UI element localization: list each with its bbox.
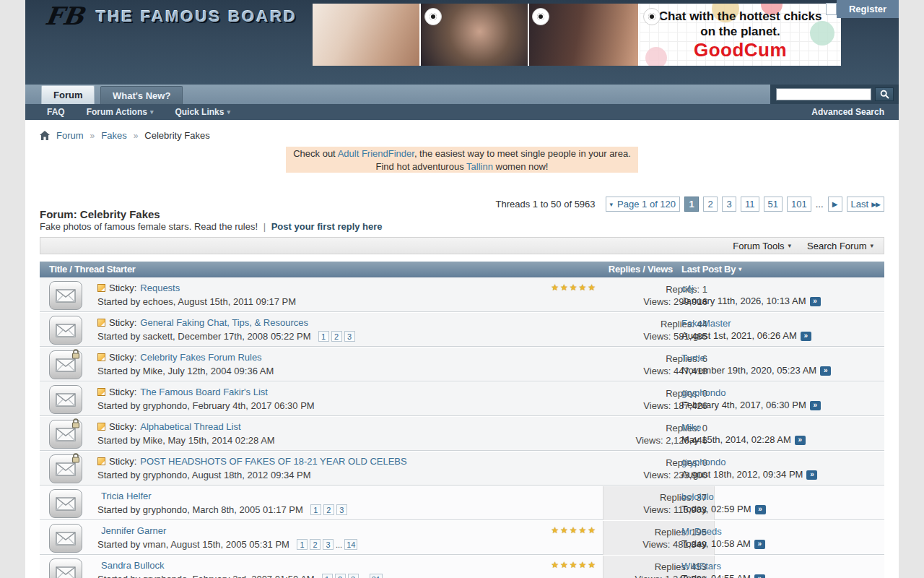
webcam-badge-icon xyxy=(424,8,442,25)
mini-page-button[interactable]: 2 xyxy=(331,331,342,342)
table-row: Jennifer Garner Started by vman, August … xyxy=(40,520,884,555)
go-to-last-post-icon[interactable]: » xyxy=(795,436,806,445)
search-input[interactable] xyxy=(776,88,871,100)
go-to-last-post-icon[interactable]: » xyxy=(755,505,766,514)
last-post-user-link[interactable]: c4j xyxy=(681,283,821,295)
sticky-label: Sticky: xyxy=(109,352,136,363)
next-page-button[interactable]: ▶ xyxy=(828,197,842,212)
ad-brand[interactable]: GoodCum xyxy=(640,39,841,61)
sticky-label: Sticky: xyxy=(109,456,136,467)
thread-title-link[interactable]: Celebrity Fakes Forum Rules xyxy=(140,352,261,363)
thread-started-by: Started by echoes, August 15th, 2011 09:… xyxy=(97,296,531,307)
last-post-cell: c4j January 11th, 2026, 10:13 AM » xyxy=(681,283,821,308)
go-to-last-post-icon[interactable]: » xyxy=(801,332,811,341)
mini-page-button[interactable]: 3 xyxy=(336,504,347,515)
mini-page-button[interactable]: 2 xyxy=(323,504,334,515)
last-post-user-link[interactable]: Turtle xyxy=(681,353,831,364)
go-to-last-post-icon[interactable]: » xyxy=(754,540,765,549)
table-header: Title / Thread Starter Replies / Views L… xyxy=(40,262,884,277)
breadcrumb: Forum » Fakes » Celebrity Fakes xyxy=(40,130,210,141)
page-button-11[interactable]: 11 xyxy=(741,197,759,212)
sticky-note-icon xyxy=(97,457,105,465)
page-select-dropdown[interactable]: ▾ Page 1 of 120 xyxy=(606,197,681,212)
mini-page-button[interactable]: 1 xyxy=(322,574,333,578)
banner-ad[interactable]: Chat with the hottest chicks on the plan… xyxy=(313,4,841,66)
register-button[interactable]: Register xyxy=(837,0,899,18)
search-forum-menu[interactable]: Search Forum ▾ xyxy=(807,241,873,251)
page-button-51[interactable]: 51 xyxy=(764,197,783,212)
advanced-search-link[interactable]: Advanced Search xyxy=(811,104,884,120)
adult-friendfinder-link[interactable]: Adult FriendFinder xyxy=(338,148,414,159)
mini-page-button[interactable]: 2 xyxy=(335,574,346,578)
sticky-label: Sticky: xyxy=(109,387,136,397)
go-to-last-post-icon[interactable]: » xyxy=(806,470,817,480)
page-button-3[interactable]: 3 xyxy=(722,197,736,212)
tab-whats-new[interactable]: What's New? xyxy=(100,86,183,104)
thread-title-link[interactable]: Jennifer Garner xyxy=(101,525,166,536)
search-icon xyxy=(880,90,889,99)
column-replies[interactable]: Replies / Views xyxy=(609,264,673,275)
quick-links-menu[interactable]: Quick Links ▾ xyxy=(175,107,230,117)
mini-page-button[interactable]: 1 xyxy=(310,504,321,515)
go-to-last-post-icon[interactable]: » xyxy=(754,574,765,578)
go-to-last-post-icon[interactable]: » xyxy=(810,297,821,306)
mini-page-button[interactable]: 2 xyxy=(310,539,321,550)
sticky-note-icon xyxy=(97,284,105,292)
tallinn-link[interactable]: Tallinn xyxy=(466,161,493,172)
mini-page-button[interactable]: 14 xyxy=(344,539,357,550)
last-page-button[interactable]: Last ▶▶ xyxy=(847,197,884,212)
first-reply-link[interactable]: Post your first reply here xyxy=(271,221,383,232)
sticky-label: Sticky: xyxy=(109,421,136,432)
page-button-1[interactable]: 1 xyxy=(684,197,699,212)
mini-page-button[interactable]: 31 xyxy=(370,574,383,578)
tab-forum[interactable]: Forum xyxy=(41,85,95,104)
thread-title-link[interactable]: POST HEADSHOTS OF FAKES OF 18-21 YEAR OL… xyxy=(140,456,406,467)
thread-started-by: Started by Mike, July 12th, 2004 09:36 A… xyxy=(97,366,531,376)
envelope-icon xyxy=(56,497,76,511)
page-button-2[interactable]: 2 xyxy=(703,197,718,212)
last-post-user-link[interactable]: WikiStars xyxy=(681,561,765,572)
last-post-cell: Mr.Deeds Today, 10:58 AM » xyxy=(681,526,765,551)
next-arrow-icon: ▶ xyxy=(832,200,838,208)
thread-title-link[interactable]: The Famous Board Fakir's List xyxy=(140,387,268,397)
thread-title-link[interactable]: Sandra Bullock xyxy=(101,560,164,571)
rating-stars-icon: ★★★★★ xyxy=(551,560,597,570)
fb-logo[interactable]: FB xyxy=(43,1,86,30)
mini-page-button[interactable]: 1 xyxy=(297,539,308,550)
mini-page-button[interactable]: 3 xyxy=(344,331,355,342)
mini-page-button[interactable]: 3 xyxy=(323,539,334,550)
forum-tools-menu[interactable]: Forum Tools ▾ xyxy=(733,241,791,251)
sort-down-icon: ▾ xyxy=(738,266,741,272)
column-title[interactable]: Title / Thread Starter xyxy=(49,264,136,275)
thread-status-icon xyxy=(49,350,82,379)
site-title[interactable]: THE FAMOUS BOARD xyxy=(96,7,297,26)
thread-title-link[interactable]: Requests xyxy=(140,282,180,293)
go-to-last-post-icon[interactable]: » xyxy=(820,366,831,376)
mini-page-button[interactable]: 1 xyxy=(318,331,329,342)
breadcrumb-fakes[interactable]: Fakes xyxy=(101,130,126,141)
envelope-icon xyxy=(56,532,76,545)
search-button[interactable] xyxy=(875,87,894,101)
table-row: Sticky: The Famous Board Fakir's List St… xyxy=(40,381,884,416)
last-post-user-link[interactable]: gryphondo xyxy=(681,387,821,399)
go-to-last-post-icon[interactable]: » xyxy=(810,401,821,410)
thread-status-icon xyxy=(49,489,82,518)
envelope-icon xyxy=(56,289,76,303)
home-icon[interactable] xyxy=(40,131,50,140)
sticky-note-icon xyxy=(97,353,105,361)
thread-title-link[interactable]: Alphabetical Thread List xyxy=(140,421,240,432)
last-post-user-link[interactable]: Mike xyxy=(681,422,806,434)
breadcrumb-forum[interactable]: Forum xyxy=(56,130,84,141)
last-post-user-link[interactable]: bolololo xyxy=(681,491,766,503)
thread-title-link[interactable]: General Faking Chat, Tips, & Resources xyxy=(140,317,308,328)
thread-mini-pagination: 123 xyxy=(310,504,347,515)
page-button-101[interactable]: 101 xyxy=(787,197,811,212)
column-lastpost[interactable]: Last Post By ▾ xyxy=(681,264,741,275)
faq-link[interactable]: FAQ xyxy=(47,107,65,117)
last-post-user-link[interactable]: Mr.Deeds xyxy=(681,526,765,538)
thread-title-link[interactable]: Tricia Helfer xyxy=(101,491,152,501)
last-post-user-link[interactable]: FakeMaster xyxy=(681,318,811,329)
last-post-user-link[interactable]: gryphondo xyxy=(681,457,817,468)
mini-page-button[interactable]: 3 xyxy=(348,574,359,578)
forum-actions-menu[interactable]: Forum Actions ▾ xyxy=(87,107,154,117)
